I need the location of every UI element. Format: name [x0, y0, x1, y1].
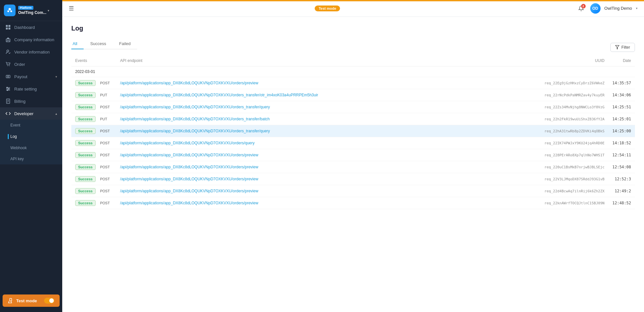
uuid-text: req_22V3LJMqoDX87SRddJ93G1vB: [544, 177, 604, 181]
time-text: 12:49:2: [615, 189, 631, 193]
row-time-cell: 12:49:2: [608, 185, 635, 197]
brand-chevron-icon[interactable]: ▾: [48, 9, 49, 12]
row-uuid-cell: req_22IK74PWJxY9KU24jq4hRD0E: [518, 137, 608, 149]
sidebar-item-company-info[interactable]: Company information: [0, 33, 62, 46]
endpoint-link[interactable]: /api/platform/applications/app_DX8Kc8dLO…: [120, 165, 258, 169]
method-label: PUT: [100, 117, 107, 121]
sidebar-item-log[interactable]: Log: [0, 131, 62, 142]
row-uuid-cell: req_22Zs34MvNjhg8NWCLo3f0VzG: [518, 101, 608, 113]
svg-marker-24: [615, 45, 619, 49]
sidebar-item-rate-setting[interactable]: Rate setting: [0, 83, 62, 95]
sidebar-logo: [4, 5, 16, 16]
endpoint-link[interactable]: /api/platform/applications/app_DX8Kc8dLO…: [120, 117, 270, 121]
row-endpoint-cell: /api/platform/applications/app_DX8Kc8dLO…: [116, 161, 518, 173]
test-mode-toggle[interactable]: [44, 298, 54, 304]
sidebar-item-vendor-info[interactable]: Vendor information: [0, 46, 62, 58]
sidebar-item-event[interactable]: Event: [0, 120, 62, 131]
row-uuid-cell: req_22d4BcwAq7ilnRij6k6Zh2ZX: [518, 185, 608, 197]
test-mode-pill: Test mode: [315, 6, 340, 11]
row-events-cell: Success POST: [71, 137, 116, 149]
table-row[interactable]: Success POST /api/platform/applications/…: [71, 125, 635, 137]
row-time-cell: 14:25:01: [608, 113, 635, 125]
svg-rect-3: [6, 25, 8, 27]
endpoint-link[interactable]: /api/platform/applications/app_DX8Kc8dLO…: [120, 177, 258, 181]
user-name[interactable]: OwlTing Demo: [604, 6, 632, 11]
sidebar: Platform OwlTing Com... ▾ Dashboard Comp…: [0, 0, 62, 312]
sidebar-item-payout[interactable]: Payout ▾: [0, 70, 62, 83]
row-time-cell: 12:52:3: [608, 173, 635, 185]
svg-point-10: [9, 66, 10, 66]
time-text: 12:54:08: [612, 165, 631, 169]
brand-name: OwlTing Com...: [18, 10, 46, 15]
endpoint-link[interactable]: /api/platform/applications/app_DX8Kc8dLO…: [120, 189, 258, 193]
row-endpoint-cell: /api/platform/applications/app_DX8Kc8dLO…: [116, 125, 518, 137]
table-row[interactable]: Success POST /api/platform/applications/…: [71, 77, 635, 89]
tab-success[interactable]: Success: [84, 39, 112, 49]
developer-subnav: Event Log Webhook API key: [0, 120, 62, 164]
endpoint-link[interactable]: /api/platform/applications/app_DX8Kc8dLO…: [120, 105, 270, 109]
svg-rect-4: [8, 25, 10, 27]
time-text: 14:18:52: [612, 141, 631, 145]
filter-button[interactable]: Filter: [610, 43, 635, 52]
table-row[interactable]: Success POST /api/platform/applications/…: [71, 101, 635, 113]
row-time-cell: 12:48:52: [608, 197, 635, 209]
uuid-text: req_22Eg9jGzHHxzCyDrzZ6VWkeZ: [544, 81, 604, 85]
time-text: 14:34:06: [612, 93, 631, 97]
table-row[interactable]: Success PUT /api/platform/applications/a…: [71, 113, 635, 125]
method-label: POST: [100, 153, 110, 157]
row-events-cell: Success POST: [71, 197, 116, 209]
row-endpoint-cell: /api/platform/applications/app_DX8Kc8dLO…: [116, 197, 518, 209]
endpoint-link[interactable]: /api/platform/applications/app_DX8Kc8dLO…: [120, 201, 258, 205]
webhook-label: Webhook: [10, 146, 27, 150]
topbar-right: 2 OD OwlTing Demo ▾: [576, 3, 638, 14]
sidebar-item-order[interactable]: Order: [0, 58, 62, 70]
row-uuid-cell: req_22knAWrfTOCQJtlnC15BJ09N: [518, 197, 608, 209]
tab-failed[interactable]: Failed: [113, 39, 137, 49]
status-badge: Success: [75, 104, 96, 110]
file-text-icon: [5, 98, 11, 104]
table-row[interactable]: Success POST /api/platform/applications/…: [71, 197, 635, 209]
test-mode-toggle-item[interactable]: Test mode: [3, 294, 60, 307]
table-row[interactable]: Success PUT /api/platform/applications/a…: [71, 89, 635, 101]
user-chevron-icon[interactable]: ▾: [636, 6, 638, 10]
sidebar-item-dashboard[interactable]: Dashboard: [0, 21, 62, 33]
sliders-icon: [5, 86, 11, 92]
notification-button[interactable]: 2: [576, 3, 586, 14]
table-row[interactable]: Success POST /api/platform/applications/…: [71, 149, 635, 161]
table-row[interactable]: Success POST /api/platform/applications/…: [71, 185, 635, 197]
menu-icon[interactable]: ☰: [69, 5, 74, 12]
sidebar-item-billing[interactable]: Billing: [0, 95, 62, 107]
row-time-cell: 14:25:00: [608, 125, 635, 137]
endpoint-link[interactable]: /api/platform/applications/app_DX8Kc8dLO…: [120, 129, 270, 133]
table-row[interactable]: Success POST /api/platform/applications/…: [71, 173, 635, 185]
payout-label: Payout: [14, 74, 27, 79]
uuid-text: req_22h2FkR19wuUiShxZ836fY2A: [544, 117, 604, 121]
row-events-cell: Success POST: [71, 185, 116, 197]
tab-all[interactable]: All: [71, 39, 84, 49]
svg-point-2: [10, 10, 12, 12]
table-row[interactable]: Success POST /api/platform/applications/…: [71, 137, 635, 149]
log-table: Events API endpoint UUID Date 2022-03-01…: [71, 56, 635, 209]
row-events-cell: Success POST: [71, 125, 116, 137]
endpoint-link[interactable]: /api/platform/applications/app_DX8Kc8dLO…: [120, 81, 258, 85]
building-icon: [5, 37, 11, 42]
uuid-text: req_22d4BcwAq7ilnRij6k6Zh2ZX: [544, 189, 604, 193]
test-mode-icon: [8, 298, 14, 304]
row-endpoint-cell: /api/platform/applications/app_DX8Kc8dLO…: [116, 149, 518, 161]
endpoint-link[interactable]: /api/platform/applications/app_DX8Kc8dLO…: [120, 153, 258, 157]
sidebar-item-api-key[interactable]: API key: [0, 153, 62, 164]
endpoint-link[interactable]: /api/platform/applications/app_DX8Kc8dLO…: [120, 93, 318, 97]
row-events-cell: Success PUT: [71, 113, 116, 125]
api-key-label: API key: [10, 157, 24, 161]
row-time-cell: 14:25:51: [608, 101, 635, 113]
vendor-info-label: Vendor information: [14, 50, 50, 54]
status-badge: Success: [75, 176, 96, 182]
uuid-text: req_220uC1BsMkB7nrjwBJBLSEjc: [544, 165, 604, 169]
th-events: Events: [71, 56, 116, 66]
sidebar-item-webhook[interactable]: Webhook: [0, 142, 62, 153]
time-text: 12:54:11: [612, 153, 631, 157]
table-row[interactable]: Success POST /api/platform/applications/…: [71, 161, 635, 173]
endpoint-link[interactable]: /api/platform/applications/app_DX8Kc8dLO…: [120, 141, 255, 145]
sidebar-item-developer[interactable]: Developer ▴: [0, 107, 62, 120]
sidebar-header: Platform OwlTing Com... ▾: [0, 0, 62, 21]
